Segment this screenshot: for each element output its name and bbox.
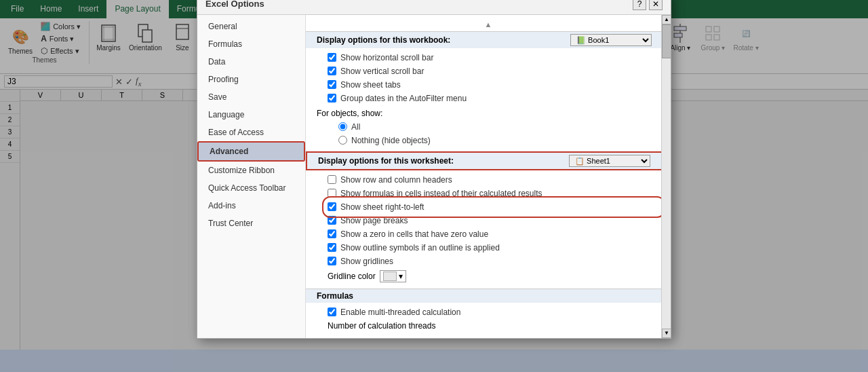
hide-objects-row: Nothing (hide objects) — [338, 134, 660, 147]
for-objects-label-row: For objects, show: — [317, 107, 660, 120]
workbook-dropdown[interactable]: 📗 Book1 — [570, 34, 652, 46]
worksheet-section-header: Display options for this worksheet: 📋 Sh… — [306, 151, 671, 170]
show-row-col-headers-check[interactable] — [328, 175, 336, 184]
dialog-title-bar: Excel Options ? ✕ — [197, 0, 671, 15]
all-objects-label: All — [351, 122, 360, 132]
all-objects-row: All — [338, 120, 660, 134]
for-objects-text: For objects, show: — [317, 109, 382, 118]
show-formulas-check[interactable] — [328, 189, 336, 198]
modal-overlay: Excel Options ? ✕ General Formulas Data … — [0, 0, 868, 350]
formulas-section-label: Formulas — [317, 291, 353, 301]
worksheet-dropdown[interactable]: 📋 Sheet1 — [569, 155, 650, 167]
workbook-section-label: Display options for this workbook: — [317, 35, 450, 45]
show-sheet-tabs-row: Show sheet tabs — [328, 78, 660, 92]
multi-threaded-label: Enable multi-threaded calculation — [340, 308, 460, 317]
gridline-color-label: Gridline color — [328, 272, 376, 281]
show-outline-row: Show outline symbols if an outline is ap… — [328, 241, 660, 255]
group-dates-row: Group dates in the AutoFilter menu — [328, 92, 660, 105]
dialog-controls: ? ✕ — [633, 0, 663, 10]
show-sheet-tabs-check[interactable] — [328, 80, 336, 89]
gridline-color-button[interactable]: ▾ — [380, 270, 406, 282]
show-row-col-headers-row: Show row and column headers — [328, 173, 660, 187]
gridline-color-dropdown-arrow: ▾ — [399, 272, 403, 281]
group-dates-label: Group dates in the AutoFilter menu — [340, 94, 467, 103]
show-formulas-row: Show formulas in cells instead of their … — [328, 187, 660, 200]
sidebar-item-addins[interactable]: Add-ins — [197, 197, 305, 215]
show-zero-check[interactable] — [328, 229, 336, 238]
show-zero-row: Show a zero in cells that have zero valu… — [328, 227, 660, 241]
dialog-title: Excel Options — [205, 0, 264, 9]
scroll-up-button[interactable]: ▲ — [662, 15, 671, 24]
sidebar-item-trust-center[interactable]: Trust Center — [197, 215, 305, 232]
all-objects-radio[interactable] — [338, 122, 347, 131]
formulas-section-header: Formulas — [306, 289, 671, 303]
dialog-sidebar: General Formulas Data Proofing Save Lang… — [197, 15, 306, 338]
show-page-breaks-row: Show page breaks — [328, 214, 660, 227]
workbook-section-header: Display options for this workbook: 📗 Boo… — [306, 31, 671, 48]
hide-objects-radio[interactable] — [338, 136, 347, 145]
hide-objects-label: Nothing (hide objects) — [351, 136, 431, 145]
worksheet-section-label: Display options for this worksheet: — [318, 156, 454, 166]
show-vertical-scroll-row: Show vertical scroll bar — [328, 64, 660, 78]
excel-options-dialog: Excel Options ? ✕ General Formulas Data … — [197, 0, 671, 339]
sidebar-item-save[interactable]: Save — [197, 88, 305, 106]
gridline-color-swatch — [383, 272, 397, 281]
show-gridlines-label: Show gridlines — [340, 257, 393, 266]
calc-threads-label: Number of calculation threads — [328, 321, 435, 331]
show-gridlines-row: Show gridlines — [328, 255, 660, 268]
show-row-col-headers-label: Show row and column headers — [340, 175, 452, 185]
content-scrollbar[interactable]: ▲ ▼ — [661, 15, 671, 338]
scroll-thumb[interactable] — [662, 24, 671, 58]
show-page-breaks-label: Show page breaks — [340, 216, 408, 225]
show-zero-label: Show a zero in cells that have zero valu… — [340, 229, 488, 239]
scroll-track — [662, 24, 671, 329]
sidebar-item-quick-access[interactable]: Quick Access Toolbar — [197, 179, 305, 197]
sidebar-item-data[interactable]: Data — [197, 53, 305, 71]
sidebar-item-proofing[interactable]: Proofing — [197, 71, 305, 88]
sidebar-item-general[interactable]: General — [197, 18, 305, 35]
dialog-help-button[interactable]: ? — [633, 0, 646, 10]
dialog-close-button[interactable]: ✕ — [649, 0, 663, 10]
show-sheet-tabs-label: Show sheet tabs — [340, 80, 401, 90]
show-rtl-check[interactable] — [328, 202, 336, 211]
show-rtl-row: Show sheet right-to-left — [328, 200, 660, 214]
multi-threaded-row: Enable multi-threaded calculation — [328, 305, 660, 319]
calc-threads-row: Number of calculation threads — [328, 319, 660, 333]
dialog-body: General Formulas Data Proofing Save Lang… — [197, 15, 671, 338]
show-outline-label: Show outline symbols if an outline is ap… — [340, 243, 500, 253]
show-vertical-scroll-check[interactable] — [328, 67, 336, 75]
dialog-content: ▲ Display options for this workbook: 📗 B… — [306, 15, 671, 338]
show-gridlines-check[interactable] — [328, 257, 336, 265]
sidebar-item-formulas[interactable]: Formulas — [197, 35, 305, 53]
scroll-hint: ▲ — [317, 20, 660, 29]
show-outline-check[interactable] — [328, 243, 336, 252]
sidebar-item-ease-of-access[interactable]: Ease of Access — [197, 124, 305, 141]
sidebar-item-advanced[interactable]: Advanced — [197, 141, 305, 162]
show-vertical-scroll-label: Show vertical scroll bar — [340, 67, 424, 76]
show-rtl-label: Show sheet right-to-left — [340, 202, 424, 212]
sidebar-item-customize-ribbon[interactable]: Customize Ribbon — [197, 162, 305, 179]
show-formulas-label: Show formulas in cells instead of their … — [340, 189, 542, 198]
multi-threaded-check[interactable] — [328, 308, 336, 316]
group-dates-check[interactable] — [328, 94, 336, 103]
show-page-breaks-check[interactable] — [328, 216, 336, 225]
scroll-down-button[interactable]: ▼ — [662, 329, 671, 338]
sidebar-item-language[interactable]: Language — [197, 106, 305, 124]
show-horizontal-scroll-label: Show horizontal scroll bar — [340, 53, 433, 62]
show-horizontal-scroll-check[interactable] — [328, 53, 336, 62]
gridline-color-row: Gridline color ▾ — [328, 268, 660, 284]
show-horizontal-scroll-row: Show horizontal scroll bar — [328, 51, 660, 64]
